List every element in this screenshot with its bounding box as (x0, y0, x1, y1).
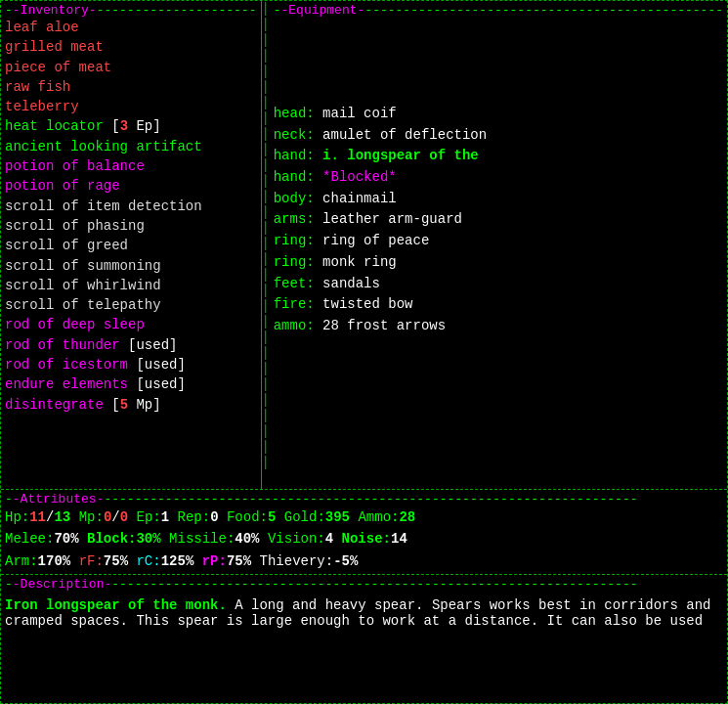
block-val: 30% (136, 531, 160, 547)
ammo-label: Ammo: (358, 509, 399, 525)
description-title: -Description- (13, 577, 111, 592)
inventory-item: rod of deep sleep (5, 315, 257, 334)
attributes-header: --Attributes----------------------------… (5, 492, 723, 506)
mp-label: Mp: (79, 509, 104, 525)
inventory-item: scroll of phasing (5, 216, 257, 236)
attr-line3: Arm:170% rF:75% rC:125% rP:75% Thievery:… (5, 550, 723, 572)
equipment-slot: ammo: 28 frost arrows (274, 316, 723, 337)
inventory-item: scroll of item detection (5, 197, 257, 216)
inventory-item: scroll of summoning (5, 256, 257, 276)
vision-val: 4 (325, 531, 333, 547)
equipment-panel: --Equipment-----------------------------… (270, 1, 727, 489)
inventory-item: potion of balance (5, 156, 257, 176)
equipment-list: head: mail coifneck: amulet of deflectio… (274, 104, 723, 337)
inventory-item: leaf aloe (5, 18, 257, 37)
top-panels: --Inventory-----------------------------… (1, 1, 727, 490)
inventory-item: heat locator [3 Ep] (5, 116, 257, 136)
hp-current: 11 (29, 509, 46, 525)
thiev-label: Thievery: (260, 553, 334, 569)
noise-val: 14 (391, 531, 407, 547)
equipment-slot: body: chainmail (274, 189, 723, 210)
equipment-slot: ring: monk ring (274, 252, 723, 274)
inventory-header: --Inventory-----------------------------… (5, 3, 257, 18)
inventory-item: scroll of greed (5, 236, 257, 255)
rf-val: 75% (104, 553, 128, 569)
ep-label: Ep: (137, 509, 161, 525)
inventory-item: scroll of whirlwind (5, 276, 257, 295)
noise-label: Noise: (342, 531, 391, 547)
thiev-val: -5% (333, 553, 358, 569)
rp-val: 75% (227, 553, 251, 569)
rep-label: Rep: (178, 509, 211, 525)
inventory-item: raw fish (5, 77, 257, 97)
vision-label: Vision: (268, 531, 325, 547)
equipment-slot: ring: ring of peace (274, 231, 723, 252)
equipment-slot: hand: *Blocked* (274, 167, 723, 189)
inventory-panel: --Inventory-----------------------------… (1, 1, 262, 489)
missile-val: 40% (235, 531, 259, 547)
equipment-slot: neck: amulet of deflection (274, 125, 723, 147)
description-header: --Description---------------------------… (5, 577, 723, 592)
food-label: Food: (227, 509, 268, 525)
description-highlight: Iron longspear of the monk. (5, 597, 227, 613)
vertical-divider: |||||||||||||||||||||||||||||| (262, 1, 270, 489)
equipment-slot: hand: i. longspear of the (274, 146, 723, 167)
rc-label: rC: (136, 553, 160, 569)
arm-val: 170% (38, 553, 71, 569)
attr-line1: Hp:11/13 Mp:0/0 Ep:1 Rep:0 Food:5 Gold:3… (5, 506, 723, 528)
inventory-list: leaf aloegrilled meatpiece of meatraw fi… (5, 18, 257, 415)
inventory-title: -Inventory- (13, 3, 97, 18)
ammo-val: 28 (399, 509, 415, 525)
arm-label: Arm: (5, 553, 38, 569)
equipment-slot: arms: leather arm-guard (274, 209, 723, 231)
description-panel: --Description---------------------------… (1, 575, 727, 703)
gold-label: Gold: (284, 509, 325, 525)
attributes-title: -Attributes- (13, 492, 105, 506)
inventory-item: scroll of telepathy (5, 295, 257, 315)
ep-val: 1 (161, 509, 169, 525)
hp-label: Hp: (5, 509, 29, 525)
rc-val: 125% (161, 553, 194, 569)
inventory-item: potion of rage (5, 176, 257, 196)
description-text: Iron longspear of the monk. A long and h… (5, 597, 723, 629)
melee-val: 70% (54, 531, 78, 547)
missile-label: Missile: (169, 531, 235, 547)
inventory-item: grilled meat (5, 37, 257, 57)
equipment-slot: feet: sandals (274, 274, 723, 295)
rep-val: 0 (210, 509, 218, 525)
inventory-item: endure elements [used] (5, 374, 257, 394)
mp-max: 0 (120, 509, 128, 525)
inventory-item: disintegrate [5 Mp] (5, 395, 257, 415)
rp-label: rP: (202, 553, 227, 569)
equipment-slot: head: mail coif (274, 104, 723, 125)
mp-sep: / (111, 509, 119, 525)
inventory-item: rod of thunder [used] (5, 335, 257, 355)
main-container: --Inventory-----------------------------… (0, 0, 728, 704)
gold-val: 395 (325, 509, 350, 525)
attributes-panel: --Attributes----------------------------… (1, 490, 727, 575)
inventory-item: rod of icestorm [used] (5, 355, 257, 374)
inventory-item: ancient looking artifact (5, 137, 257, 156)
attr-line2: Melee:70% Block:30% Missile:40% Vision:4… (5, 528, 723, 550)
melee-label: Melee: (5, 531, 54, 547)
equipment-header: --Equipment-----------------------------… (274, 3, 723, 18)
inventory-item: piece of meat (5, 58, 257, 77)
food-val: 5 (268, 509, 276, 525)
block-label: Block: (87, 531, 136, 547)
inventory-item: teleberry (5, 97, 257, 116)
hp-max: 13 (54, 509, 70, 525)
equipment-slot: fire: twisted bow (274, 294, 723, 316)
equipment-title: -Equipment- (281, 3, 365, 18)
rf-label: rF: (79, 553, 104, 569)
